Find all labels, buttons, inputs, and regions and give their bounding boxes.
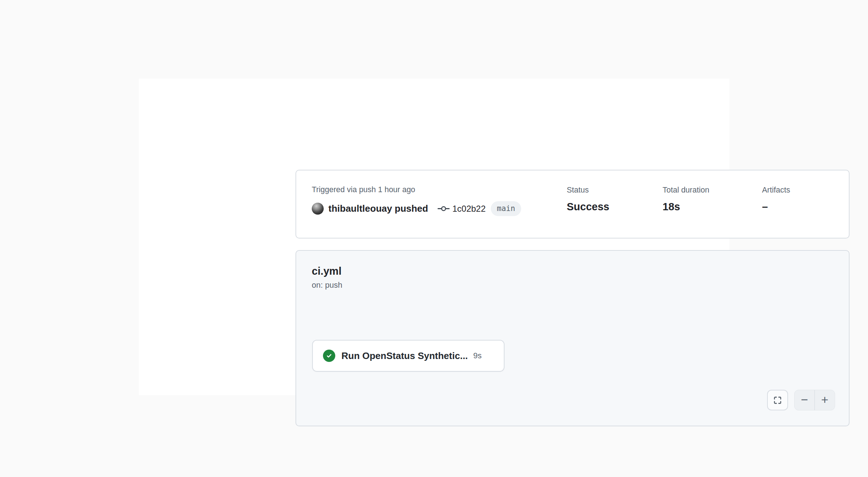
user-avatar[interactable] (312, 203, 324, 215)
zoom-in-button[interactable]: + (815, 390, 835, 410)
status-value: Success (567, 201, 609, 213)
zoom-out-button[interactable]: − (795, 390, 815, 410)
plus-icon: + (821, 393, 829, 406)
job-name: Run OpenStatus Synthetic... (341, 350, 468, 362)
actor-row: thibaultleouay pushed 1c02b22 main (312, 201, 521, 216)
run-summary-card: Triggered via push 1 hour ago thibaultle… (295, 170, 850, 238)
workflow-trigger: on: push (312, 280, 342, 290)
job-duration: 9s (473, 351, 482, 360)
content-column: Triggered via push 1 hour ago thibaultle… (139, 79, 729, 395)
stat-label: Artifacts (762, 186, 790, 195)
workflow-graph-panel: ci.yml on: push Run OpenStatus Synthetic… (295, 250, 850, 426)
workflow-file-name: ci.yml (312, 265, 342, 277)
artifacts-value: – (762, 201, 790, 213)
stat-label: Total duration (663, 186, 709, 195)
actor-name-link[interactable]: thibaultleouay (328, 203, 392, 214)
trigger-text: Triggered via push 1 hour ago (312, 185, 521, 195)
zoom-control-group: − + (794, 390, 835, 410)
fullscreen-button[interactable] (767, 390, 788, 410)
trigger-block: Triggered via push 1 hour ago thibaultle… (312, 185, 521, 216)
job-card[interactable]: Run OpenStatus Synthetic... 9s (312, 340, 505, 372)
duration-value: 18s (663, 201, 709, 213)
stat-column-artifacts: Artifacts – (762, 186, 790, 213)
actor-action-label: pushed (395, 203, 428, 214)
check-circle-icon (323, 350, 335, 362)
fullscreen-icon (773, 396, 782, 405)
git-commit-icon (438, 205, 450, 212)
workflow-header: ci.yml on: push (312, 265, 342, 290)
stat-column-status: Status Success (567, 186, 609, 213)
minus-icon: − (801, 393, 808, 406)
stat-column-duration: Total duration 18s (663, 186, 709, 213)
stat-label: Status (567, 186, 609, 195)
graph-controls: − + (767, 390, 835, 410)
commit-sha-link[interactable]: 1c02b22 (452, 204, 486, 214)
branch-badge[interactable]: main (491, 201, 522, 216)
